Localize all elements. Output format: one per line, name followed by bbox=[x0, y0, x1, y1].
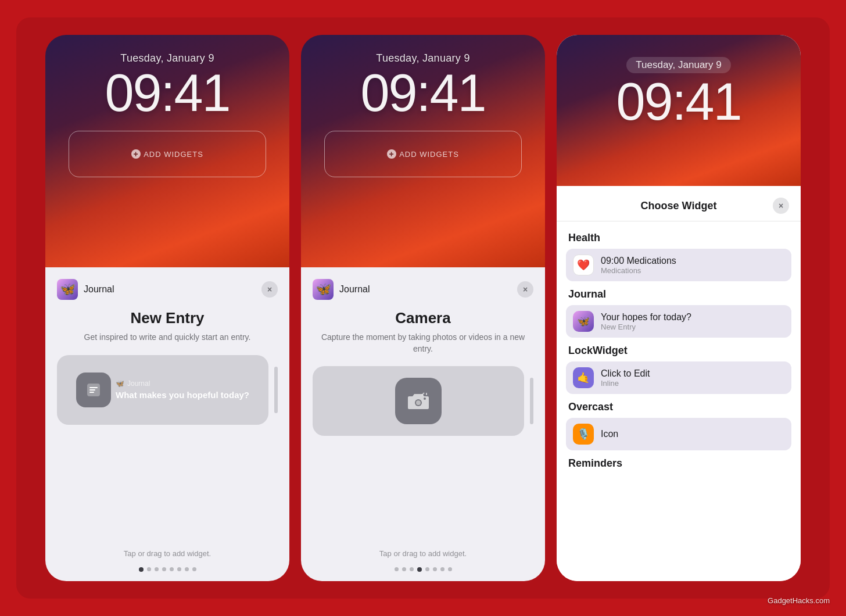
click-to-edit-subtitle: Inline bbox=[601, 379, 784, 388]
lockscreen-1: Tuesday, January 9 09:41 + ADD WIDGETS bbox=[45, 35, 289, 267]
health-medications-item[interactable]: ❤️ 09:00 Medications Medications bbox=[566, 249, 791, 281]
widget-preview-1: 🦋 Journal What makes you hopeful today? bbox=[57, 355, 278, 425]
bottom-sheet-1: 🦋 Journal × New Entry Get inspired to wr… bbox=[45, 267, 289, 581]
reminders-section-header: Reminders bbox=[566, 452, 791, 473]
lockwidget-click-item[interactable]: 🤙 Click to Edit Inline bbox=[566, 361, 791, 394]
choose-widget-header: Choose Widget × bbox=[557, 186, 801, 221]
date-label-3: Tuesday, January 9 bbox=[626, 57, 730, 73]
panel-1: Tuesday, January 9 09:41 + ADD WIDGETS 🦋… bbox=[45, 35, 289, 581]
journal-section-header: Journal bbox=[566, 282, 791, 304]
overcast-icon: 🎙️ bbox=[573, 424, 594, 445]
health-section-header: Health bbox=[566, 226, 791, 248]
time-label-1: 09:41 bbox=[105, 67, 230, 119]
click-to-edit-title: Click to Edit bbox=[601, 368, 784, 379]
journal-app-icon-1: 🦋 bbox=[57, 279, 78, 300]
scrollbar-1 bbox=[274, 367, 278, 413]
date-label-2: Tuesday, January 9 bbox=[376, 52, 470, 65]
widget-card-2 bbox=[313, 366, 524, 436]
svg-point-6 bbox=[424, 397, 426, 400]
medications-subtitle: Medications bbox=[601, 266, 784, 275]
svg-point-5 bbox=[416, 400, 421, 405]
dot-p2-8 bbox=[448, 567, 452, 571]
widget-app-label-1: 🦋 Journal bbox=[116, 379, 249, 388]
panel-3: Tuesday, January 9 09:41 Choose Widget ×… bbox=[557, 35, 801, 581]
journal-item-text: Your hopes for today? New Entry bbox=[601, 312, 784, 331]
app-info-2: 🦋 Journal bbox=[313, 279, 370, 300]
add-widgets-btn-1[interactable]: + ADD WIDGETS bbox=[131, 149, 203, 159]
app-info-1: 🦋 Journal bbox=[57, 279, 114, 300]
widget-small-icon-1 bbox=[76, 373, 111, 407]
dot-p2-3 bbox=[410, 567, 414, 571]
lockwidget-item-text: Click to Edit Inline bbox=[601, 368, 784, 388]
close-btn-1[interactable]: × bbox=[261, 281, 278, 298]
widget-title-1: New Entry bbox=[57, 309, 278, 327]
dot-active bbox=[139, 567, 144, 572]
app-name-1: Journal bbox=[84, 284, 114, 295]
lockscreen-2: Tuesday, January 9 09:41 + ADD WIDGETS bbox=[301, 35, 545, 267]
app-name-2: Journal bbox=[339, 284, 370, 295]
dot-p2-6 bbox=[433, 567, 437, 571]
dot-p2-7 bbox=[440, 567, 444, 571]
widget-desc-1: Get inspired to write and quickly start … bbox=[57, 332, 278, 343]
panel-2: Tuesday, January 9 09:41 + ADD WIDGETS 🦋… bbox=[301, 35, 545, 581]
dot-p2-5 bbox=[425, 567, 429, 571]
dot-p2-2 bbox=[402, 567, 406, 571]
close-btn-2[interactable]: × bbox=[517, 281, 533, 298]
choose-widget-title: Choose Widget bbox=[641, 200, 717, 212]
camera-widget-icon bbox=[395, 378, 442, 424]
health-icon: ❤️ bbox=[573, 255, 594, 275]
scrollbar-2 bbox=[530, 378, 533, 424]
date-label-1: Tuesday, January 9 bbox=[120, 52, 214, 65]
journal-app-icon-2: 🦋 bbox=[313, 279, 334, 300]
plus-icon-1: + bbox=[131, 149, 141, 159]
drag-hint-1: Tap or drag to add widget. bbox=[57, 549, 278, 558]
page-dots-2 bbox=[313, 567, 533, 572]
widget-desc-2: Capture the moment by taking photos or v… bbox=[313, 332, 533, 354]
overcast-icon-title: Icon bbox=[601, 429, 784, 439]
sheet-header-2: 🦋 Journal × bbox=[313, 279, 533, 300]
medications-title: 09:00 Medications bbox=[601, 256, 784, 266]
widget-area-1[interactable]: + ADD WIDGETS bbox=[69, 131, 266, 177]
journal-hopes-item[interactable]: 🦋 Your hopes for today? New Entry bbox=[566, 305, 791, 338]
widget-area-2[interactable]: + ADD WIDGETS bbox=[324, 131, 522, 177]
widget-card-1: 🦋 Journal What makes you hopeful today? bbox=[57, 355, 268, 425]
dot-2 bbox=[147, 567, 151, 571]
drag-hint-2: Tap or drag to add widget. bbox=[313, 549, 533, 558]
dot-4 bbox=[162, 567, 166, 571]
dot-p2-1 bbox=[395, 567, 399, 571]
health-item-text: 09:00 Medications Medications bbox=[601, 256, 784, 275]
overcast-item-text: Icon bbox=[601, 429, 784, 439]
lockwidget-icon: 🤙 bbox=[573, 367, 594, 388]
main-container: Tuesday, January 9 09:41 + ADD WIDGETS 🦋… bbox=[16, 17, 830, 599]
sheet-header-1: 🦋 Journal × bbox=[57, 279, 278, 300]
widget-prompt-1: What makes you hopeful today? bbox=[116, 390, 249, 400]
widget-content-1: 🦋 Journal What makes you hopeful today? bbox=[116, 379, 249, 400]
page-dots-1 bbox=[57, 567, 278, 572]
plus-icon-2: + bbox=[387, 149, 396, 159]
hopes-title: Your hopes for today? bbox=[601, 312, 784, 323]
widget-title-2: Camera bbox=[313, 309, 533, 327]
add-widgets-btn-2[interactable]: + ADD WIDGETS bbox=[387, 149, 459, 159]
dot-p2-active bbox=[417, 567, 422, 572]
lockwidget-section-header: LockWidget bbox=[566, 339, 791, 360]
widget-preview-2 bbox=[313, 366, 533, 436]
dot-6 bbox=[177, 567, 181, 571]
overcast-section-header: Overcast bbox=[566, 395, 791, 417]
dot-7 bbox=[185, 567, 189, 571]
watermark: GadgetHacks.com bbox=[768, 596, 830, 605]
choose-widget-list: Health ❤️ 09:00 Medications Medications … bbox=[557, 221, 801, 581]
dot-5 bbox=[170, 567, 174, 571]
dot-8 bbox=[192, 567, 196, 571]
journal-item-icon: 🦋 bbox=[573, 311, 594, 332]
dot-3 bbox=[155, 567, 159, 571]
time-label-2: 09:41 bbox=[360, 67, 485, 119]
bottom-sheet-2: 🦋 Journal × Camera Capture the moment by… bbox=[301, 267, 545, 581]
choose-widget-close[interactable]: × bbox=[773, 198, 789, 214]
hopes-subtitle: New Entry bbox=[601, 323, 784, 331]
time-label-3: 09:41 bbox=[616, 76, 741, 128]
overcast-icon-item[interactable]: 🎙️ Icon bbox=[566, 418, 791, 450]
